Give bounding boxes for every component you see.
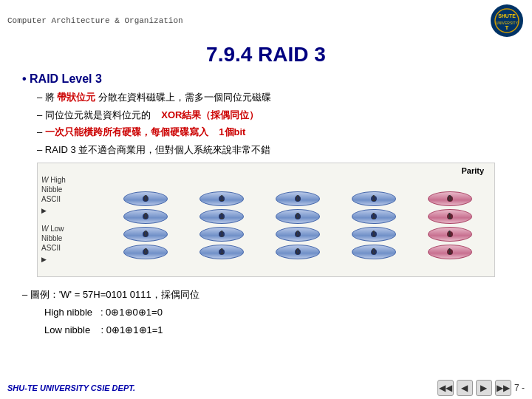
low-nibble-label: W LowNibbleASCII ▶ (41, 224, 100, 265)
disks-row: 0 0 0 0 1 1 (104, 177, 491, 273)
bottom-info: – 圖例：'W' = 57H=0101 0111，採偶同位 High nibbl… (0, 283, 532, 344)
disk-2-row-1: 1 (199, 191, 245, 207)
main-title: 7.9.4 RAID 3 (0, 43, 532, 66)
parity-label: Parity (104, 166, 491, 175)
disk-p-row-4: 1 (427, 244, 473, 260)
raid-diagram: W HighNibbleASCII ▶ W LowNibbleASCII ▶ P… (37, 163, 495, 277)
disk-2-row-4: 1 (199, 244, 245, 260)
disk-stack-parity: 0 1 1 1 (427, 191, 473, 260)
disk-1-row-3: 0 (123, 226, 168, 242)
disk-stack-2: 1 1 1 1 (199, 191, 245, 260)
bullet-item-3: 一次只能橫跨所有硬碟，每個硬碟寫入 1個bit (37, 125, 510, 140)
disk-4-row-4: 0 (351, 244, 397, 260)
disk-labels-left: W HighNibbleASCII ▶ W LowNibbleASCII ▶ (38, 163, 104, 276)
bullet-item-2: 同位位元就是資料位元的 XOR結果（採偶同位） (37, 108, 510, 123)
disk-p-row-2: 1 (427, 208, 473, 225)
page-number: 7 - (514, 383, 525, 393)
bottom-line-1: – 圖例：'W' = 57H=0101 0111，採偶同位 (22, 287, 510, 303)
disk-2-row-2: 1 (199, 208, 245, 225)
disk-4-row-2: 1 (351, 208, 397, 225)
disk-stack-1: 0 0 0 0 (123, 191, 168, 260)
university-logo: SHUTE UNIVERSITY T (489, 3, 525, 38)
disk-stack-3: 0 0 0 0 (275, 191, 321, 260)
nav-buttons: ◀◀ ◀ ▶ ▶▶ 7 - (437, 380, 525, 396)
disk-1-row-4: 0 (123, 244, 168, 260)
header-title: Computer Architecture & Organization (7, 16, 183, 25)
footer: SHU-TE UNIVERSITY CSIE DEPT. ◀◀ ◀ ▶ ▶▶ 7… (0, 377, 532, 399)
high-nibble-label: W HighNibbleASCII ▶ (41, 175, 100, 216)
highlight-1: 帶狀位元 (57, 92, 95, 103)
content: • RAID Level 3 將 帶狀位元 分散在資料磁碟上，需多一個同位元磁碟… (0, 72, 532, 157)
low-nibble-label-bottom: Low nibble (44, 324, 90, 335)
svg-text:SHUTE: SHUTE (498, 13, 516, 18)
nav-first-button[interactable]: ◀◀ (437, 380, 454, 396)
highlight-2: XOR結果（採偶同位） (161, 109, 259, 120)
nav-prev-button[interactable]: ◀ (457, 380, 473, 396)
footer-institution: SHU-TE UNIVERSITY CSIE DEPT. (7, 383, 135, 392)
header: Computer Architecture & Organization SHU… (0, 0, 532, 41)
high-nibble-value: : 0⊕1⊕0⊕1=0 (100, 307, 163, 318)
high-nibble-label-bottom: High nibble (44, 307, 92, 318)
svg-text:T: T (505, 24, 509, 31)
highlight-3: 一次只能橫跨所有硬碟，每個硬碟寫入 1個bit (45, 126, 246, 137)
bottom-line-3: Low nibble : 0⊕1⊕1⊕1=1 (44, 323, 510, 338)
bottom-line-2: High nibble : 0⊕1⊕0⊕1=0 (44, 305, 510, 321)
disk-2-row-3: 1 (199, 226, 245, 242)
disk-1-row-1: 0 (123, 191, 168, 207)
nav-next-button[interactable]: ▶ (476, 380, 492, 396)
bullet-item-1: 將 帶狀位元 分散在資料磁碟上，需多一個同位元磁碟 (37, 90, 510, 105)
disk-3-row-3: 0 (275, 226, 321, 242)
disk-1-row-2: 0 (123, 208, 168, 225)
bullet-main: • RAID Level 3 (22, 72, 510, 86)
disk-4-row-3: 1 (351, 226, 397, 242)
bullet-item-4: RAID 3 並不適合商業用，但對個人系統來說非常不錯 (37, 143, 510, 157)
low-nibble-value: : 0⊕1⊕1⊕1=1 (101, 324, 163, 335)
disk-3-row-1: 0 (275, 191, 321, 207)
nav-last-button[interactable]: ▶▶ (495, 380, 511, 396)
disk-3-row-2: 0 (275, 208, 321, 225)
disk-stack-4: 1 1 1 0 (351, 191, 397, 260)
disk-p-row-3: 1 (427, 226, 473, 242)
disk-4-row-1: 1 (351, 191, 397, 207)
disks-container: Parity 0 0 0 0 1 (104, 163, 494, 276)
disk-p-row-1: 0 (427, 191, 473, 207)
disk-3-row-4: 0 (275, 244, 321, 260)
